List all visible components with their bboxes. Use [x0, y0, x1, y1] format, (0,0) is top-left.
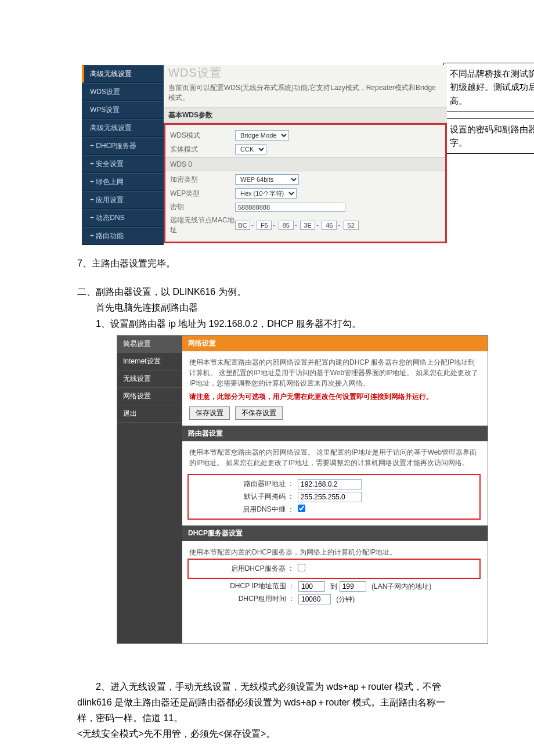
- wds-desc: 当前页面可以配置WDS(无线分布式系统)功能,它支持Lazy模式，Repeate…: [164, 81, 447, 107]
- wds-sidebar-item-6[interactable]: + 绿色上网: [82, 173, 164, 191]
- dlink-sub-dhcp: DHCP服务器设置: [182, 525, 488, 541]
- enable-dhcp-label: 启用DHCP服务器 ：: [189, 564, 298, 574]
- dlink-dhcp-form: 使用本节配置内置的DHCP服务器，为网络上的计算机分配IP地址。 启用DHCP服…: [182, 541, 488, 613]
- router-ip-label: 路由器IP地址 ：: [189, 479, 298, 489]
- enc-type-select[interactable]: WEP 64bits: [235, 174, 299, 185]
- nosave-button[interactable]: 不保存设置: [235, 406, 283, 420]
- range-mid: 到: [330, 582, 337, 591]
- dhcp-range-from[interactable]: [298, 581, 325, 592]
- wds-main: WDS设置 当前页面可以配置WDS(无线分布式系统)功能,它支持Lazy模式，R…: [164, 65, 447, 243]
- dlink-header-network: 网络设置: [182, 336, 488, 351]
- text-step7: 7、主路由器设置完毕。: [77, 255, 534, 271]
- dns-relay-label: 启用DNS中继 ：: [189, 505, 298, 514]
- dlink-intro-box: 使用本节未配置路由器的内部网络设置并配置内建的DHCP 服务器在您的网络上分配I…: [182, 351, 488, 426]
- wds-sidebar-item-3[interactable]: 高级无线设置: [82, 119, 164, 137]
- dhcp-enable-highlight: 启用DHCP服务器 ：: [187, 559, 481, 579]
- lease-input[interactable]: [298, 594, 331, 604]
- wds-form-highlight: WDS模式 Bridge Mode 实体模式 CCK WDS 0 加密类型 WE…: [164, 123, 447, 243]
- para2-line1: 2、进入无线设置，手动无线设置，无线模式必须设置为 wds+ap＋router …: [77, 679, 457, 726]
- key-label: 密钥: [170, 202, 235, 212]
- mac-3[interactable]: [300, 221, 315, 230]
- wds-mode-label: WDS模式: [170, 131, 235, 141]
- wep-type-select[interactable]: Hex (10个字符): [235, 188, 297, 199]
- phy-mode-select[interactable]: CCK: [235, 144, 266, 154]
- mac-0[interactable]: [235, 221, 250, 230]
- enable-dhcp-checkbox[interactable]: [298, 564, 305, 571]
- wds-title: WDS设置: [164, 65, 447, 81]
- wds0-label: WDS 0: [165, 157, 445, 171]
- text-step1: 1、设置副路由器 ip 地址为 192.168.0.2，DHCP 服务器不打勾。: [96, 316, 534, 332]
- mac-5[interactable]: [344, 221, 359, 230]
- subnet-input[interactable]: [298, 492, 362, 502]
- dlink-main: 网络设置 使用本节未配置路由器的内部网络设置并配置内建的DHCP 服务器在您的网…: [182, 336, 488, 643]
- dlink-sidebar-item-4[interactable]: 退出: [117, 405, 182, 423]
- mac-inputs: - - - - -: [235, 221, 441, 230]
- dlink-dhcp-note: 使用本节配置内置的DHCP服务器，为网络上的计算机分配IP地址。: [189, 547, 481, 557]
- wds-sidebar-item-8[interactable]: + 动态DNS: [82, 209, 164, 227]
- wds-sidebar-item-4[interactable]: + DHCP服务器: [82, 137, 164, 155]
- text-connect-first: 首先电脑先连接副路由器: [96, 300, 534, 315]
- enc-type-label: 加密类型: [170, 175, 235, 185]
- paragraph-step2: 2、进入无线设置，手动无线设置，无线模式必须设置为 wds+ap＋router …: [77, 679, 457, 742]
- mac-2[interactable]: [279, 221, 294, 230]
- dlink-sidebar: 简易设置Internet设置无线设置网络设置退出: [117, 336, 182, 643]
- dlink-sidebar-item-2[interactable]: 无线设置: [117, 370, 182, 388]
- wds-sidebar-item-1[interactable]: WDS设置: [82, 83, 164, 101]
- dlink-sidebar-item-3[interactable]: 网络设置: [117, 388, 182, 405]
- wds-sidebar-item-7[interactable]: + 应用设置: [82, 191, 164, 209]
- wds-sidebar-item-2[interactable]: WPS设置: [82, 101, 164, 119]
- phy-mode-label: 实体模式: [170, 145, 235, 154]
- wep-type-label: WEP类型: [170, 189, 235, 199]
- lease-label: DHCP租用时间 ：: [189, 594, 298, 604]
- wds-settings-panel: 高级无线设置WDS设置WPS设置高级无线设置+ DHCP服务器+ 安全设置+ 绿…: [82, 65, 449, 245]
- dlink-intro-note: 使用本节未配置路由器的内部网络设置并配置内建的DHCP 服务器在您的网络上分配I…: [189, 357, 481, 388]
- wds-sidebar-item-5[interactable]: + 安全设置: [82, 155, 164, 173]
- dlink-router-note: 使用本节配置您路由器的内部网络设置。 这里配置的IP地址是用于访问的基于Web管…: [189, 447, 481, 468]
- key-input[interactable]: [235, 203, 345, 212]
- para2-line2: <无线安全模式>先不用管，必须先<保存设置>。: [77, 726, 457, 741]
- dlink-sidebar-item-0[interactable]: 简易设置: [117, 336, 182, 353]
- text-section2-title: 二、副路由器设置，以 DLINK616 为例。: [77, 284, 534, 300]
- dlink-router-form: 使用本节配置您路由器的内部网络设置。 这里配置的IP地址是用于访问的基于Web管…: [182, 441, 488, 525]
- callout-password-tip: 设置的密码和副路由器一样的数字。: [443, 118, 534, 154]
- router-ip-input[interactable]: [298, 479, 362, 489]
- router-ip-highlight: 路由器IP地址 ： 默认子网掩码 ： 启用DNS中继 ：: [187, 474, 481, 520]
- dlink-sub-router: 路由器设置: [182, 426, 488, 441]
- subnet-label: 默认子网掩码 ：: [189, 492, 298, 502]
- dlink-panel: 简易设置Internet设置无线设置网络设置退出 网络设置 使用本节未配置路由器…: [117, 335, 488, 644]
- lease-unit: (分钟): [336, 595, 355, 603]
- wds-section-header: 基本WDS参数: [164, 107, 447, 123]
- mac-label: 远端无线节点MAC地址: [170, 215, 235, 235]
- save-button[interactable]: 保存设置: [189, 406, 230, 420]
- range-note: (LAN子网内的地址): [371, 582, 431, 591]
- dlink-intro-warn: 请注意，此部分为可选项，用户无需在此更改任何设置即可连接到网络并运行。: [189, 392, 481, 402]
- dns-relay-checkbox[interactable]: [298, 505, 305, 512]
- wds-sidebar-item-9[interactable]: + 路由功能: [82, 227, 164, 245]
- mac-4[interactable]: [322, 221, 337, 230]
- mac-1[interactable]: [257, 221, 272, 230]
- wds-sidebar-item-0[interactable]: 高级无线设置: [82, 65, 164, 83]
- dlink-sidebar-item-1[interactable]: Internet设置: [117, 353, 182, 370]
- dhcp-range-label: DHCP IP地址范围 ：: [189, 581, 298, 591]
- callout-encryption-tip: 不同品牌桥接在测试阶段，加密类型越初级越好。测试成功后可把加密等级提高。: [443, 63, 534, 111]
- dhcp-range-to[interactable]: [340, 581, 366, 592]
- wds-mode-select[interactable]: Bridge Mode: [235, 130, 289, 141]
- wds-sidebar: 高级无线设置WDS设置WPS设置高级无线设置+ DHCP服务器+ 安全设置+ 绿…: [82, 65, 164, 245]
